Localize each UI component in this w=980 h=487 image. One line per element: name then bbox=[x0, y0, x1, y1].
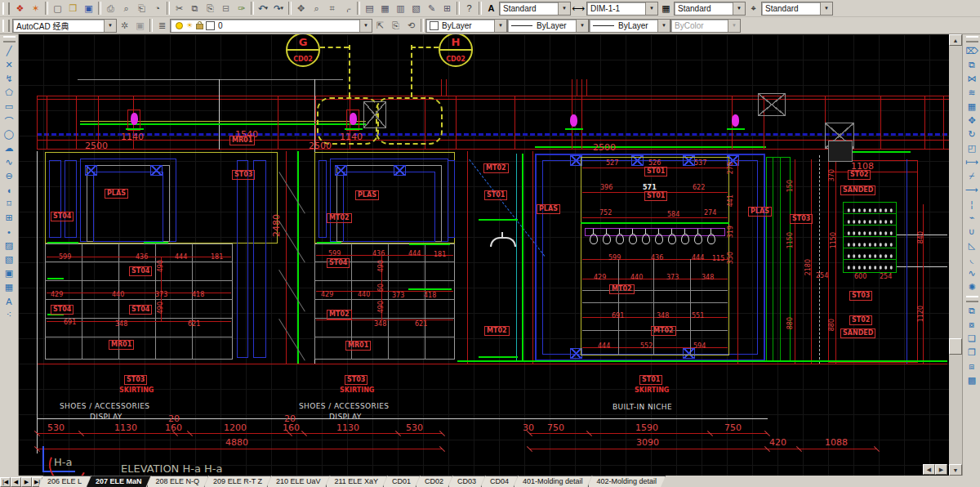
multiline-text-icon[interactable]: A bbox=[2, 294, 17, 308]
copy-icon[interactable]: ⧉ bbox=[964, 58, 980, 72]
trim-icon[interactable]: ⌿ bbox=[964, 169, 980, 183]
properties-icon[interactable]: ▤ bbox=[362, 1, 377, 16]
zoom-window-icon[interactable]: ⌗ bbox=[324, 1, 340, 16]
make-block-icon[interactable]: ⊞ bbox=[2, 211, 17, 225]
layer-lock-icon[interactable] bbox=[196, 24, 203, 29]
send-under-icon[interactable]: ❐ bbox=[964, 346, 980, 360]
table-style-icon[interactable]: ▦ bbox=[658, 1, 674, 16]
move-icon[interactable]: ✥ bbox=[964, 114, 980, 127]
layout-tab-cd04[interactable]: CD04 bbox=[481, 476, 518, 487]
rotate-icon[interactable]: ↻ bbox=[964, 127, 980, 141]
mleader-style-combo[interactable]: Standard▼ bbox=[761, 2, 833, 16]
dropdown-arrow-icon[interactable]: ▼ bbox=[279, 6, 284, 11]
tool-palettes-icon[interactable]: ▥ bbox=[393, 1, 408, 16]
layer-freeze-icon[interactable]: ☀ bbox=[186, 21, 193, 29]
join-icon[interactable]: ∪ bbox=[964, 225, 980, 239]
workspace-settings-icon[interactable]: ✲ bbox=[117, 18, 132, 33]
layout-tab-cd02[interactable]: CD02 bbox=[416, 476, 452, 487]
scroll-up-icon[interactable]: ▲ bbox=[949, 34, 962, 46]
fillet-icon[interactable]: ◟ bbox=[964, 252, 980, 266]
cut-icon[interactable]: ✂ bbox=[172, 1, 187, 16]
revision-cloud-icon[interactable]: ☁ bbox=[2, 141, 17, 155]
save-icon[interactable]: ▣ bbox=[81, 1, 96, 16]
rectangle-icon[interactable]: ▭ bbox=[2, 100, 17, 114]
bring-above-icon[interactable]: ❏ bbox=[964, 332, 980, 346]
pan-icon[interactable]: ✥ bbox=[293, 1, 309, 16]
ellipse-icon[interactable]: ⊖ bbox=[2, 169, 17, 183]
circle-icon[interactable]: ◯ bbox=[2, 127, 17, 141]
publish-icon[interactable]: ⎗ bbox=[134, 1, 149, 16]
chamfer-icon[interactable]: ◺ bbox=[964, 239, 980, 252]
layout-tab-210-ele-uav[interactable]: 210 ELE UaV bbox=[267, 476, 330, 487]
arc-icon[interactable]: ⌒ bbox=[2, 114, 17, 127]
mleader-style-icon[interactable]: ⌖ bbox=[746, 1, 761, 16]
paste-special-icon[interactable]: ⊟ bbox=[218, 1, 234, 16]
table-icon[interactable]: ▦ bbox=[2, 280, 17, 294]
blend-curves-icon[interactable]: ∿ bbox=[964, 266, 980, 280]
toolbar-grip[interactable] bbox=[2, 20, 10, 32]
workspace-combo[interactable]: AutoCAD 经典▼ bbox=[12, 19, 117, 33]
point-icon[interactable]: • bbox=[2, 225, 17, 239]
offset-icon[interactable]: ≋ bbox=[964, 86, 980, 100]
mirror-icon[interactable]: ⋈ bbox=[964, 72, 980, 86]
new-file-icon[interactable]: ▢ bbox=[50, 1, 65, 16]
dim-style-icon[interactable]: ⟷ bbox=[571, 1, 586, 16]
dropdown-arrow-icon[interactable]: ▼ bbox=[264, 6, 269, 11]
redo-icon[interactable]: ↷▼ bbox=[271, 1, 287, 16]
layout-tab-cd01[interactable]: CD01 bbox=[383, 476, 420, 487]
text-style-icon[interactable]: A bbox=[483, 1, 499, 16]
measure-divide-icon[interactable]: ⁖ bbox=[2, 308, 17, 322]
make-object-layer-current-icon[interactable]: ⇱ bbox=[372, 18, 388, 33]
region-icon[interactable]: ▣ bbox=[2, 266, 17, 280]
layout-tab-cd03[interactable]: CD03 bbox=[448, 476, 485, 487]
polygon-icon[interactable]: ⬠ bbox=[2, 86, 17, 100]
layer-update-icon[interactable]: ⎘ bbox=[388, 18, 403, 33]
lineweight-combo[interactable]: ByLayer▼ bbox=[589, 19, 670, 33]
text-to-front-icon[interactable]: ⧈ bbox=[964, 360, 980, 373]
paste-icon[interactable]: ⎘ bbox=[203, 1, 218, 16]
table-style-combo[interactable]: Standard▼ bbox=[674, 2, 746, 16]
dim-style-combo[interactable]: DIM-1-1▼ bbox=[586, 2, 658, 16]
construction-line-icon[interactable]: ✕ bbox=[2, 58, 17, 72]
pdf-review-icon[interactable]: ✶ bbox=[28, 1, 43, 16]
undo-icon[interactable]: ↶▼ bbox=[256, 1, 271, 16]
drawing-canvas[interactable]: ◀ ▶ 250011401540250011402500248059943644… bbox=[0, 0, 980, 487]
tab-nav-button[interactable]: ▶ bbox=[21, 477, 32, 487]
line-icon[interactable]: ╱ bbox=[2, 44, 17, 58]
tab-nav-button[interactable]: ◀ bbox=[11, 477, 21, 487]
designcenter-icon[interactable]: ▦ bbox=[377, 1, 393, 16]
scale-icon[interactable]: ◰ bbox=[964, 141, 980, 155]
layout-tab-402-molding-detail[interactable]: 402-Molding detail bbox=[588, 476, 666, 487]
help-icon[interactable]: ? bbox=[461, 1, 477, 16]
toolbar-grip[interactable] bbox=[2, 2, 10, 15]
stretch-icon[interactable]: ⟼ bbox=[964, 155, 980, 169]
layout-tab-207-ele-man[interactable]: 207 ELE MaN bbox=[87, 476, 151, 487]
layout-tab-206-ele-l[interactable]: 206 ELE L bbox=[38, 476, 91, 487]
explode-icon[interactable]: ✺ bbox=[964, 280, 980, 294]
hatch-to-back-icon[interactable]: ▩ bbox=[964, 373, 980, 387]
copy-clip-icon[interactable]: ⧉ bbox=[187, 1, 203, 16]
open-file-icon[interactable]: ❒ bbox=[65, 1, 81, 16]
3d-dwf-icon[interactable]: ◔ bbox=[149, 1, 165, 16]
layer-on-icon[interactable] bbox=[176, 22, 183, 29]
toolbar-grip[interactable] bbox=[3, 36, 16, 42]
array-icon[interactable]: ▦ bbox=[964, 100, 980, 114]
vertical-scrollbar[interactable]: ▲ ▼ bbox=[949, 34, 962, 476]
break-at-point-icon[interactable]: ¦ bbox=[964, 197, 980, 211]
ellipse-arc-icon[interactable]: ◖ bbox=[2, 183, 17, 197]
layer-combo[interactable]: ☀ 0 ▼ bbox=[170, 19, 372, 33]
sheet-set-manager-icon[interactable]: ▧ bbox=[408, 1, 424, 16]
text-style-combo[interactable]: Standard▼ bbox=[499, 2, 571, 16]
zoom-previous-icon[interactable]: ⌌ bbox=[340, 1, 355, 16]
pdf-export-icon[interactable]: ❖ bbox=[12, 1, 28, 16]
tab-nav-button[interactable]: |◀ bbox=[0, 477, 11, 487]
polyline-icon[interactable]: ↯ bbox=[2, 72, 17, 86]
insert-block-icon[interactable]: ⌑ bbox=[2, 197, 17, 211]
markup-set-manager-icon[interactable]: ✎ bbox=[424, 1, 439, 16]
zoom-realtime-icon[interactable]: ⌕ bbox=[309, 1, 324, 16]
send-to-back-icon[interactable]: ⧇ bbox=[964, 318, 980, 332]
scrollbar-thumb[interactable] bbox=[949, 338, 962, 355]
bring-to-front-icon[interactable]: ⧉ bbox=[964, 304, 980, 318]
layout-tab-209-ele-r-t-z[interactable]: 209 ELE R-T Z bbox=[204, 476, 271, 487]
spline-icon[interactable]: ∿ bbox=[2, 155, 17, 169]
